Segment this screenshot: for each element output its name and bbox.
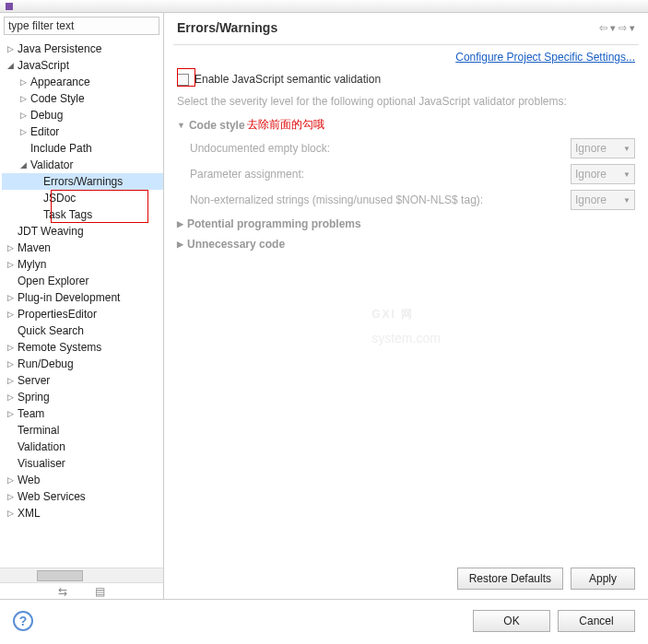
tree-item-label: JavaScript [18,59,69,72]
tree-item[interactable]: ▷Code Style [2,90,163,107]
expand-icon[interactable] [18,144,29,154]
expand-icon[interactable] [31,210,41,220]
expand-icon[interactable]: ▷ [18,77,29,88]
option-row: Undocumented empty block:Ignore▼ [190,138,635,158]
title-bar [0,0,648,13]
collapse-icon[interactable]: ⇆ [58,585,67,598]
severity-combo[interactable]: Ignore▼ [571,164,635,184]
tree-item[interactable]: ▷Appearance [2,74,163,90]
section-potential[interactable]: ▶ Potential programming problems [177,217,635,230]
tree-item[interactable]: ▷Web [2,472,163,488]
expand-icon[interactable]: ▷ [6,409,16,419]
enable-validation-checkbox[interactable] [177,74,189,86]
tree-item[interactable]: ◢JavaScript [2,57,163,74]
tree-item-label: JDT Weaving [18,225,84,238]
tree-item-label: Spring [18,391,50,404]
chevron-right-icon: ▶ [177,219,183,228]
expand-icon[interactable]: ▷ [18,111,29,121]
tree-toolbar: ⇆ ▤ [0,582,163,599]
tree-item-label: Errors/Warnings [43,175,123,188]
nav-arrows[interactable]: ⇦ ▾ ⇨ ▾ [599,22,635,34]
help-icon[interactable]: ? [13,611,33,631]
expand-icon[interactable]: ▷ [6,343,16,353]
expand-icon[interactable]: ▷ [6,359,16,369]
expand-icon[interactable]: ▷ [6,392,16,403]
tree-item[interactable]: ▷Editor [2,123,163,140]
expand-icon[interactable]: ▷ [6,509,16,519]
tree-item-label: Java Persistence [18,42,101,55]
tree-item[interactable]: ◢Validator [2,157,163,173]
expand-icon[interactable]: ▷ [18,94,29,104]
tree-item-label: Run/Debug [18,357,74,370]
watermark: GXI 网 system.com [371,267,441,345]
expand-icon[interactable]: ▷ [6,44,16,54]
window-icon [6,3,13,10]
tree-item[interactable]: ▷Team [2,405,163,422]
section-unnecessary[interactable]: ▶ Unnecessary code [177,238,635,251]
tree-item[interactable]: JDT Weaving [2,223,163,240]
expand-icon[interactable] [6,426,16,436]
expand-icon[interactable]: ▷ [6,260,16,270]
severity-combo[interactable]: Ignore▼ [571,190,635,210]
apply-button[interactable]: Apply [571,568,635,590]
tree-item[interactable]: ▷Mylyn [2,256,163,273]
expand-icon[interactable] [6,276,16,287]
chevron-right-icon: ▶ [177,240,183,249]
section-code-style[interactable]: ▼ Code style 去除前面的勾哦 [177,117,635,133]
option-row: Non-externalized strings (missing/unused… [190,190,635,210]
tree-item-label: Appearance [30,76,90,88]
expand-icon[interactable]: ▷ [18,127,29,137]
list-icon[interactable]: ▤ [95,585,105,598]
expand-icon[interactable]: ◢ [6,61,16,71]
tree-item[interactable]: ▷PropertiesEditor [2,306,163,322]
expand-icon[interactable] [6,459,16,469]
description-text: Select the severity level for the follow… [177,95,635,108]
tree-item[interactable]: ▷Java Persistence [2,41,163,57]
tree-item[interactable]: ▷XML [2,505,163,521]
tree-item-label: Validator [30,158,73,171]
preference-tree[interactable]: ▷Java Persistence◢JavaScript▷Appearance▷… [0,39,163,568]
expand-icon[interactable]: ◢ [18,160,29,170]
expand-icon[interactable]: ▷ [6,310,16,320]
tree-item-label: Task Tags [43,208,92,221]
tree-item[interactable]: ▷Server [2,372,163,389]
tree-item[interactable]: ▷Run/Debug [2,356,163,372]
tree-item[interactable]: ▷Remote Systems [2,339,163,356]
tree-item[interactable]: ▷Web Services [2,488,163,505]
tree-item[interactable]: JSDoc [2,190,163,206]
tree-item[interactable]: ▷Spring [2,389,163,405]
cancel-button[interactable]: Cancel [558,610,635,632]
tree-item[interactable]: Errors/Warnings [2,173,163,190]
expand-icon[interactable] [6,326,16,336]
tree-item-label: Web Services [18,490,86,503]
tree-item-label: Web [18,474,40,486]
tree-item[interactable]: Validation [2,439,163,455]
expand-icon[interactable] [31,177,41,187]
option-label: Undocumented empty block: [190,142,330,155]
expand-icon[interactable]: ▷ [6,293,16,303]
option-label: Non-externalized strings (missing/unused… [190,193,483,206]
tree-scrollbar[interactable] [0,568,163,582]
expand-icon[interactable]: ▷ [6,475,16,486]
expand-icon[interactable]: ▷ [6,243,16,253]
filter-input[interactable] [4,17,159,35]
expand-icon[interactable] [31,193,41,204]
tree-item[interactable]: Visualiser [2,455,163,472]
expand-icon[interactable] [6,227,16,237]
expand-icon[interactable]: ▷ [6,492,16,502]
tree-item[interactable]: Open Explorer [2,273,163,289]
page-title: Errors/Warnings [177,20,277,35]
tree-item[interactable]: ▷Debug [2,107,163,123]
ok-button[interactable]: OK [473,610,550,632]
severity-combo[interactable]: Ignore▼ [571,138,635,158]
tree-item[interactable]: ▷Maven [2,240,163,256]
tree-item[interactable]: Task Tags [2,206,163,223]
restore-defaults-button[interactable]: Restore Defaults [457,568,563,590]
tree-item[interactable]: Include Path [2,140,163,157]
expand-icon[interactable] [6,442,16,452]
expand-icon[interactable]: ▷ [6,376,16,386]
tree-item[interactable]: Quick Search [2,322,163,339]
configure-link[interactable]: Configure Project Specific Settings... [455,51,635,64]
tree-item[interactable]: ▷Plug-in Development [2,289,163,306]
tree-item[interactable]: Terminal [2,422,163,439]
